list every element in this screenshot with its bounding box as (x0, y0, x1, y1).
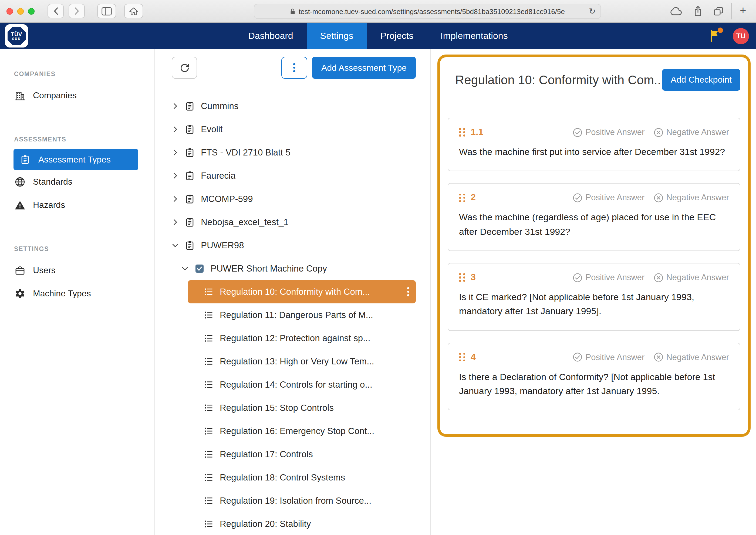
sidebar-item-hazards[interactable]: Hazards (14, 193, 138, 216)
share-icon[interactable] (693, 5, 703, 17)
nav-dashboard[interactable]: Dashboard (235, 23, 306, 49)
notifications-button[interactable] (708, 29, 722, 43)
add-assessment-type-button[interactable]: Add Assessment Type (312, 57, 416, 79)
tree-item-regulation-11-dangerous-parts-of-m[interactable]: Regulation 11: Dangerous Parts of M... (188, 303, 416, 326)
tree-item-regulation-10-conformity-with-com[interactable]: Regulation 10: Conformity with Com... (188, 280, 416, 303)
clipboard-icon (184, 124, 195, 135)
sidebar-item-machine-types[interactable]: Machine Types (14, 282, 138, 305)
zoom-window-button[interactable] (28, 8, 35, 14)
tree-item-fts-vdi-2710-blatt-5[interactable]: FTS - VDI 2710 Blatt 5 (155, 141, 430, 164)
building-icon (14, 90, 25, 101)
tree-menu-button[interactable] (281, 57, 307, 79)
checkpoint-card: 3Positive AnswerNegative AnswerIs it CE … (448, 263, 740, 331)
tree-item-nebojsa-excel-test-1[interactable]: Nebojsa_excel_test_1 (155, 211, 430, 234)
tree-item-regulation-15-stop-controls[interactable]: Regulation 15: Stop Controls (188, 396, 416, 419)
drag-handle-icon[interactable] (459, 193, 466, 202)
nav-settings[interactable]: Settings (307, 23, 367, 49)
sidebar-toggle-button[interactable] (97, 4, 116, 18)
chevron-down-icon[interactable] (182, 265, 189, 272)
window-controls (7, 8, 35, 14)
chevron-right-icon[interactable] (172, 149, 179, 156)
sidebar-item-users[interactable]: Users (14, 259, 138, 282)
avatar[interactable]: TU (733, 28, 749, 44)
chevron-right-icon[interactable] (172, 219, 179, 226)
checkpoint-card-header: 2Positive AnswerNegative Answer (459, 192, 729, 203)
sidebar-section-label: ASSESSMENTS (14, 136, 155, 143)
regulation-detail-box: Regulation 10: Conformity with Com... Ad… (437, 55, 751, 437)
drag-handle-icon[interactable] (459, 273, 466, 282)
sidebar-item-companies[interactable]: Companies (14, 84, 138, 107)
add-checkpoint-button[interactable]: Add Checkpoint (662, 69, 740, 91)
negative-answer-toggle[interactable]: Negative Answer (653, 272, 729, 283)
tree-item-regulation-14-controls-for-starting-o[interactable]: Regulation 14: Controls for starting o..… (188, 373, 416, 396)
tree-item-label: Regulation 18: Control Systems (220, 472, 345, 483)
reload-button[interactable]: ↻ (589, 7, 596, 16)
positive-answer-toggle[interactable]: Positive Answer (573, 193, 645, 203)
close-window-button[interactable] (7, 8, 13, 14)
tree-item-regulation-18-control-systems[interactable]: Regulation 18: Control Systems (188, 466, 416, 489)
clipboard-icon (19, 154, 31, 165)
tab-overview-icon[interactable] (713, 6, 724, 16)
warning-icon (14, 199, 25, 211)
clipboard-icon (184, 101, 195, 111)
home-button[interactable] (124, 4, 143, 18)
sidebar-section-label: SETTINGS (14, 246, 155, 252)
sidebar-item-assessment-types[interactable]: Assessment Types (14, 149, 138, 170)
negative-answer-toggle[interactable]: Negative Answer (653, 193, 729, 203)
tree-item-label: Cummins (201, 101, 238, 111)
chevron-right-icon[interactable] (172, 102, 179, 110)
minimize-window-button[interactable] (17, 8, 24, 14)
tree-item-mcomp-599[interactable]: MCOMP-599 (155, 187, 430, 211)
chevron-right-icon[interactable] (172, 126, 179, 133)
x-circle-icon (653, 193, 663, 203)
back-button[interactable] (47, 4, 64, 18)
list-icon (203, 403, 214, 413)
chevron-right-icon[interactable] (172, 195, 179, 203)
url-bar[interactable]: test-mcomone.tuev-sued.com/settings/asse… (254, 4, 601, 19)
tree-item-label: Regulation 15: Stop Controls (220, 403, 334, 413)
globe-icon (14, 176, 25, 187)
tree-item-regulation-13-high-or-very-low-tem[interactable]: Regulation 13: High or Very Low Tem... (188, 350, 416, 373)
icloud-icon[interactable] (670, 7, 683, 16)
refresh-button[interactable] (172, 57, 197, 79)
drag-handle-icon[interactable] (459, 128, 466, 137)
negative-answer-toggle[interactable]: Negative Answer (653, 352, 729, 362)
positive-answer-toggle[interactable]: Positive Answer (573, 272, 645, 283)
clipboard-icon (184, 217, 195, 228)
notification-dot (718, 27, 723, 33)
x-circle-icon (653, 127, 663, 137)
tree-item-regulation-19-isolation-from-source[interactable]: Regulation 19: Isolation from Source... (188, 489, 416, 512)
top-nav: DashboardSettingsProjectsImplementations (0, 23, 756, 49)
checkpoint-text: Is there a Declaration of Conformity? [N… (459, 370, 729, 398)
x-circle-icon (653, 272, 663, 283)
tree-item-puwer98[interactable]: PUWER98 (155, 234, 430, 257)
new-tab-button[interactable]: + (737, 4, 749, 17)
screen: test-mcomone.tuev-sued.com/settings/asse… (0, 0, 756, 535)
nav-projects[interactable]: Projects (367, 23, 427, 49)
tree-item-cummins[interactable]: Cummins (155, 95, 430, 118)
tree-item-regulation-16-emergency-stop-cont[interactable]: Regulation 16: Emergency Stop Cont... (188, 419, 416, 443)
tree-item-regulation-12-protection-against-sp[interactable]: Regulation 12: Protection against sp... (188, 326, 416, 350)
tree-item-regulation-20-stability[interactable]: Regulation 20: Stability (188, 512, 416, 535)
list-icon (203, 426, 214, 436)
tree-item-evolit[interactable]: Evolit (155, 118, 430, 141)
chevron-right-icon[interactable] (172, 172, 179, 179)
chevron-down-icon[interactable] (172, 242, 179, 249)
tree-item-faurecia[interactable]: Faurecia (155, 164, 430, 187)
tree-item-regulation-17-controls[interactable]: Regulation 17: Controls (188, 443, 416, 466)
sidebar-item-standards[interactable]: Standards (14, 170, 138, 193)
list-icon (203, 379, 214, 390)
positive-answer-toggle[interactable]: Positive Answer (573, 127, 645, 137)
tree-item-kebab-icon[interactable] (407, 287, 409, 296)
main-content: COMPANIESCompaniesASSESSMENTSAssessment … (0, 49, 756, 535)
detail-panel: Regulation 10: Conformity with Com... Ad… (431, 49, 756, 535)
negative-answer-toggle[interactable]: Negative Answer (653, 127, 729, 137)
forward-button[interactable] (69, 4, 85, 18)
detail-header: Regulation 10: Conformity with Com... Ad… (448, 69, 740, 91)
tree-item-label: Regulation 14: Controls for starting o..… (220, 380, 372, 390)
drag-handle-icon[interactable] (459, 353, 466, 361)
nav-implementations[interactable]: Implementations (427, 23, 521, 49)
tree-item-label: Regulation 11: Dangerous Parts of M... (220, 310, 373, 320)
tree-item-puwer-short-machine-copy[interactable]: PUWER Short Machine Copy (155, 257, 430, 280)
positive-answer-toggle[interactable]: Positive Answer (573, 352, 645, 362)
